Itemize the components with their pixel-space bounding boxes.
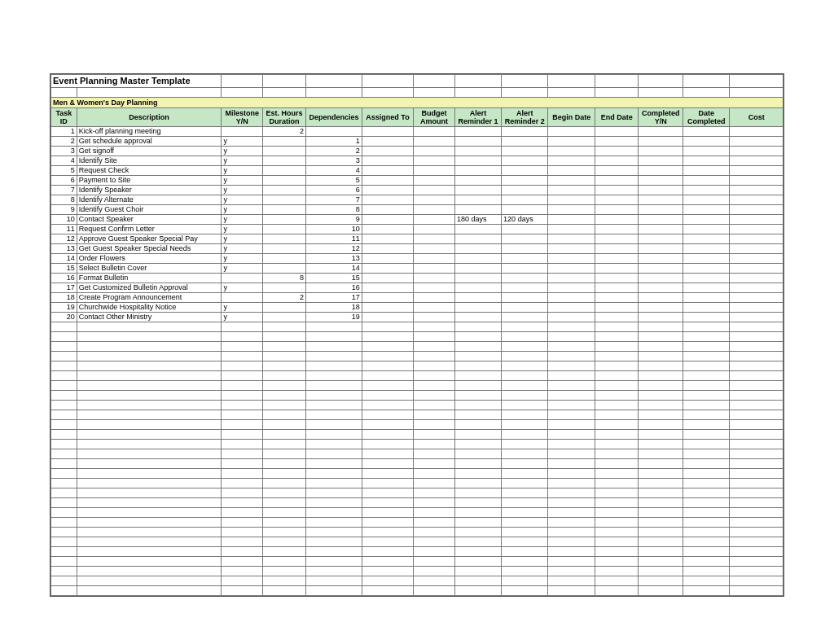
cell-dep[interactable]: 11 [306,234,362,244]
cell-desc[interactable]: Contact Speaker [77,215,222,225]
empty-cell[interactable] [306,508,362,518]
cell-r2[interactable] [502,244,548,254]
cell-desc[interactable]: Identify Guest Choir [77,205,222,215]
empty-cell[interactable] [51,469,77,479]
empty-cell[interactable] [77,459,222,469]
empty-cell[interactable] [51,430,77,440]
cell-ms[interactable]: y [222,215,263,225]
cell-ms[interactable]: y [222,166,263,176]
cell-dc[interactable] [683,303,730,313]
empty-cell[interactable] [263,440,306,449]
empty-cell[interactable] [362,391,413,401]
col-assigned[interactable]: Assigned To [362,108,413,127]
cell-ms[interactable]: y [222,234,263,244]
cell-desc[interactable]: Payment to Site [77,176,222,186]
cell-r1[interactable] [455,137,502,147]
table-row[interactable]: 2Get schedule approvaly1 [51,137,784,147]
empty-cell[interactable] [306,469,362,479]
table-row[interactable]: 20Contact Other Ministryy19 [51,313,784,322]
empty-cell[interactable] [683,430,730,440]
cell-bd[interactable] [548,303,595,313]
cell-ed[interactable] [595,274,639,283]
empty-cell[interactable] [548,537,595,547]
cell-dur[interactable] [263,303,306,313]
empty-cell[interactable] [222,410,263,420]
cell-asg[interactable] [362,215,413,225]
cell-dc[interactable] [683,166,730,176]
cell-dep[interactable]: 6 [306,186,362,195]
empty-cell[interactable] [730,401,784,410]
empty-cell[interactable] [263,518,306,528]
cell-dep[interactable]: 14 [306,264,362,274]
empty-cell[interactable] [222,361,263,371]
empty-cell[interactable] [730,547,784,557]
cell-bd[interactable] [548,195,595,205]
cell-id[interactable]: 17 [51,283,77,293]
empty-cell[interactable] [639,459,683,469]
empty-cell[interactable] [51,547,77,557]
cell-id[interactable]: 16 [51,274,77,283]
empty-cell[interactable] [639,518,683,528]
col-milestone[interactable]: Milestone Y/N [222,108,263,127]
empty-cell[interactable] [222,586,263,596]
cell-ed[interactable] [595,166,639,176]
cell-dc[interactable] [683,225,730,234]
empty-cell[interactable] [730,342,784,352]
cell-r1[interactable] [455,313,502,322]
empty-cell[interactable] [51,332,77,342]
empty-cell[interactable] [455,322,502,332]
cell-cp[interactable] [639,186,683,195]
empty-cell[interactable] [683,361,730,371]
cell-r2[interactable] [502,186,548,195]
cell-bd[interactable] [548,225,595,234]
cell-dur[interactable] [263,176,306,186]
cell-bd[interactable] [548,264,595,274]
empty-cell[interactable] [639,586,683,596]
cell-ms[interactable]: y [222,244,263,254]
empty-cell[interactable] [362,361,413,371]
cell-cp[interactable] [639,293,683,303]
empty-cell[interactable] [455,420,502,430]
cell-ms[interactable]: y [222,264,263,274]
empty-cell[interactable] [683,352,730,361]
empty-cell[interactable] [595,381,639,391]
cell-asg[interactable] [362,176,413,186]
empty-cell[interactable] [263,322,306,332]
empty-cell[interactable] [730,449,784,459]
table-row[interactable] [51,488,784,498]
cell-dep[interactable]: 19 [306,313,362,322]
cell-bud[interactable] [414,283,455,293]
cell-r2[interactable] [502,303,548,313]
empty-cell[interactable] [595,518,639,528]
cell-r1[interactable] [455,264,502,274]
table-row[interactable] [51,449,784,459]
empty-cell[interactable] [455,537,502,547]
empty-cell[interactable] [77,547,222,557]
cell-dep[interactable]: 10 [306,225,362,234]
cell-bd[interactable] [548,156,595,166]
cell-cp[interactable] [639,215,683,225]
empty-cell[interactable] [730,459,784,469]
empty-cell[interactable] [548,459,595,469]
cell-dc[interactable] [683,274,730,283]
empty-cell[interactable] [595,479,639,488]
empty-cell[interactable] [414,371,455,381]
empty-cell[interactable] [730,430,784,440]
empty-cell[interactable] [548,449,595,459]
empty-cell[interactable] [222,449,263,459]
empty-cell[interactable] [414,586,455,596]
empty-cell[interactable] [222,430,263,440]
cell-bud[interactable] [414,215,455,225]
cell-asg[interactable] [362,127,413,137]
empty-cell[interactable] [595,498,639,508]
cell-r2[interactable] [502,293,548,303]
empty-cell[interactable] [77,488,222,498]
table-row[interactable]: 5Request Checky4 [51,166,784,176]
empty-cell[interactable] [595,440,639,449]
empty-cell[interactable] [263,420,306,430]
empty-cell[interactable] [362,469,413,479]
cell-r1[interactable] [455,234,502,244]
empty-cell[interactable] [362,352,413,361]
cell-dur[interactable]: 8 [263,274,306,283]
empty-cell[interactable] [455,449,502,459]
